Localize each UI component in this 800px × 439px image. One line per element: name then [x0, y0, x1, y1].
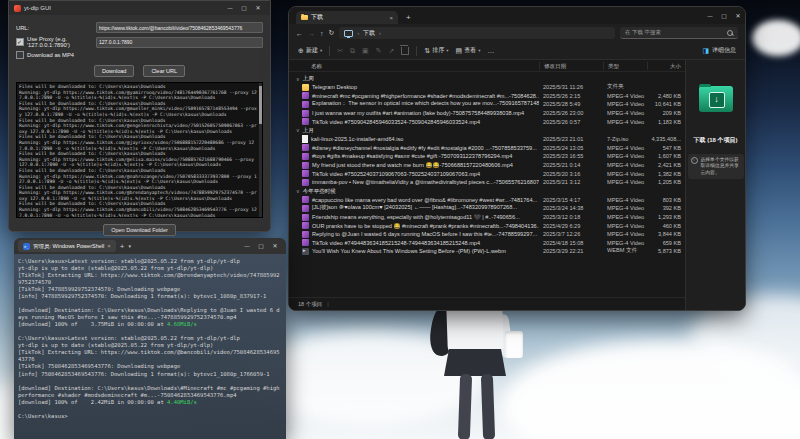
- file-name: You'll Wish You Knew About This Windows …: [289, 248, 539, 255]
- file-date: 2025/5/26 23:00: [539, 110, 603, 116]
- minimize-icon[interactable]: [703, 9, 717, 23]
- file-row[interactable]: Explanation： The sensor in optical mice …: [289, 100, 685, 109]
- details-pane-toggle[interactable]: ◨ 详细信息: [702, 46, 736, 55]
- download-button[interactable]: Download: [94, 65, 134, 77]
- column-size[interactable]: 大小: [647, 62, 685, 70]
- maximize-icon[interactable]: [237, 1, 251, 15]
- close-icon[interactable]: [731, 9, 745, 23]
- file-name: [JL|彼]son ＠♥olava 100cm♥ [24032025] ←—— …: [289, 204, 539, 212]
- use-proxy-checkbox[interactable]: [16, 38, 24, 46]
- file-name: OUR pranks have to be stopped 😂 #minecra…: [289, 222, 539, 229]
- forward-icon[interactable]: →: [308, 30, 315, 37]
- file-row[interactable]: Telegram Desktop2025/5/31 11:26文件夹: [289, 83, 685, 92]
- explorer-tab-downloads[interactable]: 下载 ×: [296, 11, 398, 24]
- file-date: 2025/5/28 5:49: [539, 101, 603, 107]
- copy-icon[interactable]: ⧉: [350, 47, 355, 54]
- file-row[interactable]: #cappuccino like mama every bad word ove…: [289, 196, 685, 205]
- back-icon[interactable]: ←: [296, 30, 303, 37]
- up-icon[interactable]: ↑: [320, 30, 324, 37]
- video-icon: [302, 153, 309, 160]
- tab-close-icon[interactable]: ×: [389, 15, 393, 21]
- download-mp4-checkbox[interactable]: [16, 51, 24, 59]
- more-icon[interactable]: …: [487, 47, 494, 54]
- column-type[interactable]: 类型: [603, 62, 647, 70]
- file-row[interactable]: [JL|彼]son ＠♥olava 100cm♥ [24032025] ←—— …: [289, 204, 685, 213]
- file-date: 2025/5/21 3:12: [539, 179, 603, 185]
- search-box[interactable]: 在 下载 中搜索: [620, 27, 738, 39]
- paste-icon[interactable]: ▣: [362, 47, 369, 54]
- minimize-icon[interactable]: [223, 1, 237, 15]
- file-size: 3,844 KB: [647, 231, 685, 237]
- ytdlp-titlebar[interactable]: yt-dlp GUI: [9, 1, 270, 15]
- file-date: 2025/5/23 16:55: [539, 153, 603, 159]
- close-icon[interactable]: [268, 239, 282, 253]
- terminal-line: [TikTok] 7478859929752374570: Downloadin…: [18, 286, 282, 293]
- file-row[interactable]: #minecraft #mc #pcgaming #highperformanc…: [289, 92, 685, 101]
- file-row[interactable]: immamba-pov • New @timatheliaVidity a @t…: [289, 178, 685, 187]
- file-row[interactable]: TikTok video #7494483634185215248-749448…: [289, 239, 685, 248]
- download-log[interactable]: Files will be downloaded to: C:\Users\ka…: [16, 82, 263, 218]
- file-row[interactable]: My friend just stood there and watch me …: [289, 161, 685, 170]
- details-pane-icon: ◨: [702, 47, 709, 55]
- file-row[interactable]: I just wanna wear my outfits #art #anima…: [289, 109, 685, 118]
- file-type: MPEG-4 Video: [603, 110, 647, 116]
- file-row[interactable]: #disney #disneychannel #nostalgia #editf…: [289, 144, 685, 153]
- file-name: I just wanna wear my outfits #art #anima…: [289, 110, 539, 117]
- file-type: MPEG-4 Video: [603, 223, 647, 229]
- new-tab-icon[interactable]: +: [406, 11, 411, 24]
- delete-icon[interactable]: [401, 47, 409, 55]
- clear-url-button[interactable]: Clear URL: [143, 65, 185, 77]
- ytdlp-window-title: yt-dlp GUI: [24, 5, 51, 11]
- view-button[interactable]: ▤ 查看 ▾: [456, 46, 481, 55]
- file-row[interactable]: TikTok video #7502524037109067063-750252…: [289, 169, 685, 178]
- terminal-tab-powershell[interactable]: >_ 管理员: Windows PowerShell ×: [18, 240, 116, 252]
- anime-figure-leg: [458, 374, 472, 439]
- file-type: MPEG-4 Video: [603, 119, 647, 125]
- refresh-icon[interactable]: ↻: [329, 29, 335, 37]
- terminal-output[interactable]: C:\Users\kasus>Latest version: stable@20…: [14, 254, 286, 439]
- column-date-modified[interactable]: 修改日期: [539, 62, 603, 70]
- terminal-line: [download] 100% of 3.75MiB in 00:00:00 a…: [18, 321, 282, 328]
- share-icon[interactable]: ↗: [389, 47, 395, 54]
- file-row[interactable]: TikTok video #7509042845946033524-750904…: [289, 117, 685, 126]
- terminal-line: [TikTok] Extracting URL: https://www.tik…: [18, 272, 282, 286]
- tab-close-icon[interactable]: ×: [107, 243, 111, 249]
- breadcrumb-downloads[interactable]: 下载: [363, 29, 375, 38]
- chevron-down-icon[interactable]: ▾: [128, 243, 131, 249]
- proxy-input[interactable]: [96, 37, 263, 48]
- file-size: 1,205 KB: [647, 179, 685, 185]
- maximize-icon[interactable]: [717, 9, 731, 23]
- video-icon: [302, 170, 309, 177]
- status-bar: 18 个项目 |: [289, 297, 685, 310]
- close-icon[interactable]: [251, 1, 265, 15]
- view-icon: ▤: [456, 47, 463, 54]
- terminal-line: C:\Users\kasus>: [18, 413, 282, 420]
- terminal-line: [download] Destination: C:\Users\kasus\D…: [18, 385, 282, 399]
- file-row[interactable]: #toys #gifts #makeup #satisfying #asmr #…: [289, 152, 685, 161]
- chevron-right-icon: ›: [357, 30, 359, 36]
- file-row[interactable]: Replying to @Juan I wasted 6 days runnin…: [289, 230, 685, 239]
- breadcrumb[interactable]: › 下载 ›: [339, 27, 615, 39]
- file-row[interactable]: You'll Wish You Knew About This Windows …: [289, 247, 685, 256]
- terminal-line: [info] 7478859929752374570: Downloading …: [18, 293, 282, 300]
- scrollbar-thumb[interactable]: [259, 86, 262, 124]
- group-header[interactable]: ∨上月: [289, 126, 685, 135]
- minimize-icon[interactable]: [240, 239, 254, 253]
- file-type: MPEG-4 Video: [603, 101, 647, 107]
- file-date: 2025/5/26 0:57: [539, 119, 603, 125]
- rename-icon[interactable]: ✎: [376, 47, 382, 54]
- file-row[interactable]: OUR pranks have to be stopped 😂 #minecra…: [289, 221, 685, 230]
- column-name[interactable]: 名称: [289, 62, 539, 70]
- cut-icon[interactable]: ✂: [337, 47, 343, 54]
- maximize-icon[interactable]: [254, 239, 268, 253]
- open-download-folder-button[interactable]: Open Download Folder: [103, 224, 176, 236]
- new-button[interactable]: ⊕ 新建 ▾: [298, 46, 322, 55]
- group-label: 今年早些时候: [303, 188, 336, 195]
- file-row[interactable]: Friendship means everything, especially …: [289, 213, 685, 222]
- new-tab-icon[interactable]: +: [120, 242, 125, 251]
- group-header[interactable]: ∨上周: [289, 74, 685, 83]
- group-header[interactable]: ∨今年早些时候: [289, 187, 685, 196]
- url-input[interactable]: [96, 22, 263, 33]
- sort-button[interactable]: ⇅ 排序 ▾: [424, 46, 448, 55]
- file-row[interactable]: kali-linux-2025.1c-installer-amd64.iso20…: [289, 135, 685, 144]
